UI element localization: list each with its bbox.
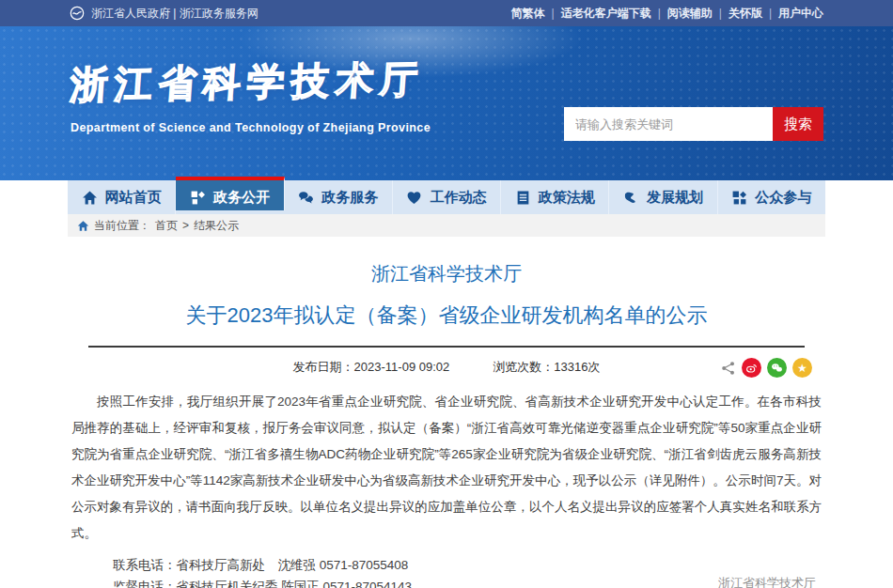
nav-item-gov-services[interactable]: 政务服务 [285,180,393,214]
publish-date: 发布日期：2023-11-09 09:02 [293,359,450,376]
qzone-star-icon[interactable]: ★ [792,358,812,378]
link-simplified-traditional[interactable]: 简繁体 [511,6,545,22]
nav-label: 工作动态 [430,189,486,207]
nav-item-development-plan[interactable]: 发展规划 [609,180,717,214]
handshake-icon [623,190,639,206]
footer-org-name: 浙江省科学技术厅 [718,575,816,588]
gov-portal-links[interactable]: 浙江省人民政府 | 浙江政务服务网 [70,6,258,22]
title-divider [88,346,805,348]
nav-label: 政策法规 [539,189,595,207]
site-title-chinese: 浙江省科学技术厅 [69,54,432,112]
divider: | [658,7,661,20]
divider: | [552,7,555,20]
gov-emblem-icon [70,6,85,21]
divider: | [719,7,722,20]
breadcrumb-current: 结果公示 [194,218,239,234]
nav-item-public-participation[interactable]: 公众参与 [718,180,825,214]
article-title-main: 关于2023年拟认定（备案）省级企业研发机构名单的公示 [68,302,825,330]
nav-item-gov-disclosure[interactable]: 政务公开 [176,177,284,210]
top-utility-bar: 浙江省人民政府 | 浙江政务服务网 简繁体| 适老化客户端下载| 阅读辅助| 关… [0,0,893,26]
document-icon [515,190,531,206]
link-elderly-client-download[interactable]: 适老化客户端下载 [561,6,651,22]
site-banner: 浙江省科学技术厅 Department of Science and Techn… [0,26,893,180]
nav-label: 政务服务 [321,189,378,207]
nav-label: 政务公开 [213,189,270,207]
home-icon [82,190,98,206]
heart-icon [406,190,422,206]
blocks-icon [731,190,747,206]
article-content: 浙江省科学技术厅 关于2023年拟认定（备案）省级企业研发机构名单的公示 发布日… [68,261,825,588]
search-button[interactable]: 搜索 [773,107,823,141]
home-icon [77,220,89,232]
nav-label: 网站首页 [105,189,162,207]
breadcrumb-home-link[interactable]: 首页 [155,218,178,234]
chat-bubbles-icon [298,190,314,206]
divider: | [769,7,772,20]
nav-label: 公众参与 [755,189,811,207]
breadcrumb: 当前位置： 首页 > 结果公示 [68,214,825,237]
nav-item-policies[interactable]: 政策法规 [501,180,609,214]
link-reading-assist[interactable]: 阅读辅助 [667,6,713,22]
article-meta: 发布日期：2023-11-09 09:02 浏览次数：13316次 [68,351,825,383]
nav-item-home[interactable]: 网站首页 [68,180,176,214]
site-search: 搜索 [564,107,823,141]
blocks-icon [190,190,206,206]
topbar-link-group: 简繁体| 适老化客户端下载| 阅读辅助| 关怀版| 用户中心 [511,6,824,22]
main-navigation: 网站首页 政务公开 政务服务 工作动态 政策法规 发展规划 公众参与 [0,180,893,214]
share-toolbar: ★ [721,358,812,378]
breadcrumb-prefix: 当前位置： [94,218,150,234]
contact-phone: 联系电话：省科技厅高新处 沈维强 0571-87055408 [113,554,825,576]
site-title-english: Department of Science and Technology of … [70,121,431,134]
link-care-version[interactable]: 关怀版 [728,6,762,22]
link-user-center[interactable]: 用户中心 [778,6,823,22]
article-title-org: 浙江省科学技术厅 [68,261,825,286]
view-count: 浏览次数：13316次 [493,359,600,376]
share-icon[interactable] [721,361,736,376]
weibo-icon[interactable] [742,358,761,378]
search-input[interactable] [564,107,773,141]
wechat-icon[interactable] [767,358,787,378]
nav-item-work-news[interactable]: 工作动态 [393,180,501,214]
nav-label: 发展规划 [647,189,703,207]
article-paragraph: 按照工作安排，我厅组织开展了2023年省重点企业研究院、省企业研究院、省高新技术… [71,389,822,547]
site-logo[interactable]: 浙江省科学技术厅 Department of Science and Techn… [70,56,431,134]
gov-portal-text[interactable]: 浙江省人民政府 | 浙江政务服务网 [91,6,258,22]
breadcrumb-separator: > [182,219,189,232]
